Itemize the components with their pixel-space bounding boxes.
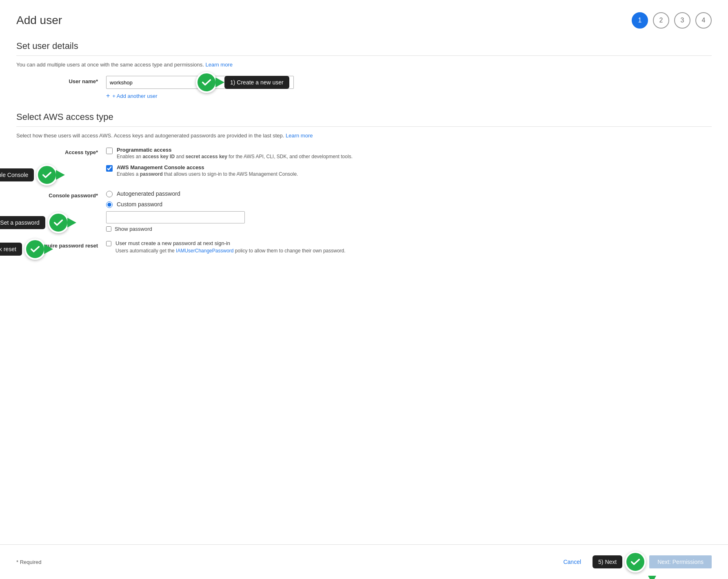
check-icon-4	[24, 239, 46, 260]
user-details-learn-more[interactable]: Learn more	[205, 62, 232, 68]
arrow-1	[215, 77, 224, 87]
access-type-description: Select how these users will access AWS. …	[16, 133, 712, 139]
autogenerated-radio[interactable]	[106, 191, 113, 197]
tooltip-5: 5) Next	[593, 555, 622, 568]
show-password-row: Show password	[106, 226, 712, 232]
arrow-3	[67, 218, 76, 228]
step-indicators: 1 2 3 4	[632, 12, 712, 29]
programmatic-checkbox[interactable]	[106, 148, 113, 154]
programmatic-label: Programmatic access	[117, 147, 353, 153]
autogenerated-label: Autogenerated password	[117, 190, 180, 197]
check-icon-5	[625, 551, 646, 572]
username-label: User name*	[16, 76, 106, 84]
access-type-section: Select AWS access type Select how these …	[16, 112, 712, 254]
access-type-title: Select AWS access type	[16, 112, 712, 122]
show-password-label: Show password	[115, 226, 152, 232]
step-3[interactable]: 3	[674, 12, 690, 29]
require-reset-content: 4) Uncheck reset User must create a new …	[106, 240, 712, 254]
access-type-content: Programmatic access Enables an access ke…	[106, 147, 712, 182]
page-footer: * Required Cancel 5) Next Next: Permissi…	[0, 544, 728, 579]
check-icon-3	[48, 212, 69, 233]
access-type-learn-more[interactable]: Learn more	[286, 133, 313, 139]
console-description: Enables a password that allows users to …	[117, 171, 298, 177]
password-input-wrapper: 3) Set a password	[106, 211, 712, 223]
show-password-checkbox[interactable]	[106, 226, 111, 232]
annotation-5: 5) Next	[593, 551, 646, 572]
user-details-section: Set user details You can add multiple us…	[16, 41, 712, 99]
add-another-user-link[interactable]: + + Add another user	[106, 92, 712, 99]
page-header: Add user 1 2 3 4	[16, 12, 712, 29]
access-type-row: Access type* Programmatic access Enables…	[16, 147, 712, 182]
tooltip-4: 4) Uncheck reset	[0, 243, 22, 256]
custom-password-radio[interactable]	[106, 201, 113, 208]
access-type-label: Access type*	[16, 147, 106, 155]
tooltip-1: 1) Create a new user	[224, 76, 289, 89]
next-button[interactable]: Next: Permissions	[649, 555, 712, 568]
annotation-3: 3) Set a password	[0, 212, 76, 233]
step-2[interactable]: 2	[653, 12, 669, 29]
page-title: Add user	[16, 14, 62, 27]
annotation-4: 4) Uncheck reset	[0, 239, 53, 260]
autogenerated-row: Autogenerated password	[106, 190, 712, 197]
check-icon-1	[196, 72, 217, 93]
user-details-description: You can add multiple users at once with …	[16, 62, 712, 68]
reset-description-content: User must create a new password at next …	[115, 240, 346, 254]
annotation-2: 2) Enable Console	[0, 164, 65, 186]
check-icon-2	[36, 164, 58, 186]
console-checkbox[interactable]	[106, 165, 113, 172]
console-password-row: Console password* Autogenerated password…	[16, 190, 712, 232]
console-password-content: Autogenerated password Custom password 3…	[106, 190, 712, 232]
arrow-2	[56, 170, 65, 180]
programmatic-description: Enables an access key ID and secret acce…	[117, 154, 353, 159]
console-password-label: Console password*	[16, 190, 106, 199]
programmatic-row: Programmatic access Enables an access ke…	[106, 147, 712, 159]
next-annotation-wrapper: 5) Next Next: Permissions	[593, 551, 712, 572]
cancel-button[interactable]: Cancel	[557, 555, 588, 568]
user-details-title: Set user details	[16, 41, 712, 51]
require-reset-checkbox[interactable]	[106, 241, 111, 246]
footer-buttons: Cancel 5) Next Next: Permissions	[557, 551, 712, 572]
step-1[interactable]: 1	[632, 12, 648, 29]
console-row: AWS Management Console access Enables a …	[106, 164, 712, 177]
console-label: AWS Management Console access	[117, 164, 298, 170]
required-note: * Required	[16, 559, 41, 565]
custom-password-row: Custom password	[106, 201, 712, 208]
iam-link[interactable]: IAMUserChangePassword	[176, 248, 233, 254]
require-reset-row: Require password reset 4) Uncheck reset …	[16, 240, 712, 254]
step-4[interactable]: 4	[695, 12, 712, 29]
tooltip-2: 2) Enable Console	[0, 168, 34, 181]
arrow-4	[44, 244, 53, 254]
annotation-1: 1) Create a new user	[200, 72, 289, 93]
tooltip-3: 3) Set a password	[0, 216, 45, 229]
username-content: 1) Create a new user + + Add another use…	[106, 76, 712, 99]
username-row: User name* 1) Create a new user	[16, 76, 712, 99]
console-access-wrapper: 2) Enable Console AWS Management Console…	[106, 164, 712, 177]
custom-password-label: Custom password	[117, 201, 162, 208]
reset-description: Users automatically get the IAMUserChang…	[115, 248, 346, 254]
password-input[interactable]	[106, 211, 245, 223]
require-reset-wrapper: 4) Uncheck reset User must create a new …	[106, 240, 712, 254]
